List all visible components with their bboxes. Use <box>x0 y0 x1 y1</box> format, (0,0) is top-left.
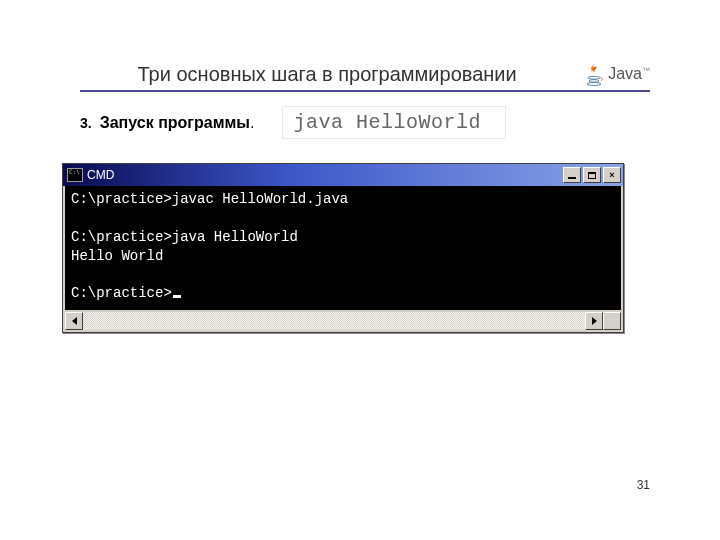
arrow-right-icon <box>592 317 597 325</box>
slide-title: Три основных шага в программировании <box>80 63 574 86</box>
window-buttons: × <box>563 167 621 183</box>
horizontal-scrollbar[interactable] <box>63 310 623 332</box>
cmd-title: CMD <box>87 168 559 182</box>
resize-grip[interactable] <box>603 312 621 330</box>
scroll-left-button[interactable] <box>65 312 83 330</box>
cmd-titlebar[interactable]: CMD × <box>63 164 623 186</box>
scroll-track[interactable] <box>83 312 585 330</box>
step-text-group: Запуск программы. <box>100 114 255 132</box>
arrow-left-icon <box>72 317 77 325</box>
scroll-right-button[interactable] <box>585 312 603 330</box>
java-cup-icon <box>584 60 604 88</box>
minimize-button[interactable] <box>563 167 581 183</box>
cmd-window: CMD × C:\practice>javac HelloWorld.java … <box>62 163 624 333</box>
cmd-output[interactable]: C:\practice>javac HelloWorld.java C:\pra… <box>63 186 623 310</box>
maximize-button[interactable] <box>583 167 601 183</box>
step-row: 3. Запуск программы. java HelloWorld <box>80 106 650 139</box>
java-word: Java™ <box>608 65 650 83</box>
svg-point-1 <box>589 80 599 83</box>
svg-point-0 <box>588 76 601 79</box>
step-number: 3. <box>80 115 92 131</box>
java-logo: Java™ <box>574 60 650 88</box>
close-button[interactable]: × <box>603 167 621 183</box>
slide-title-row: Три основных шага в программировании Jav… <box>80 60 650 92</box>
svg-point-2 <box>587 83 601 86</box>
page-number: 31 <box>637 478 650 492</box>
cursor-icon <box>173 295 181 298</box>
cmd-system-icon[interactable] <box>67 168 83 182</box>
command-sample: java HelloWorld <box>282 106 506 139</box>
